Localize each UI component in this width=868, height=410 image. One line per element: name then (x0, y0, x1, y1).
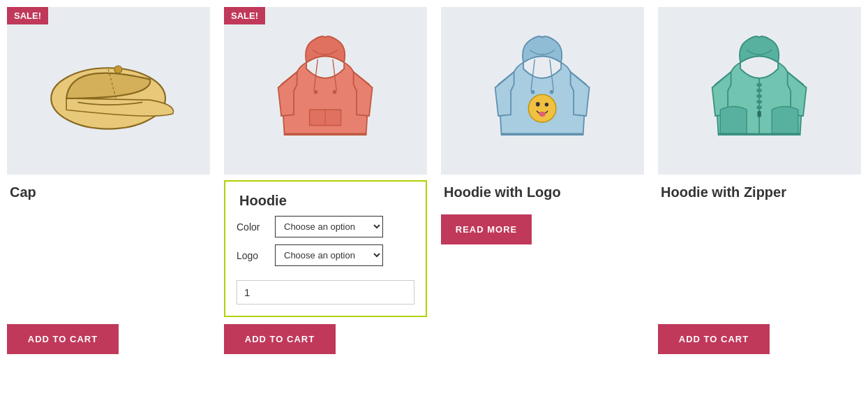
hoodie-logo-image-container (441, 7, 644, 175)
svg-point-14 (545, 103, 548, 106)
product-card-hoodie-zipper: Hoodie with Zipper ADD TO CART (658, 7, 861, 354)
cap-image (32, 28, 184, 154)
logo-option-label: Logo (237, 250, 275, 261)
svg-rect-20 (757, 94, 762, 98)
product-grid: SALE! Cap ADD TO CART SALE! (7, 7, 861, 354)
svg-point-11 (550, 90, 553, 94)
svg-rect-22 (757, 106, 762, 110)
cap-image-container: SALE! (7, 7, 210, 175)
svg-point-5 (333, 90, 336, 94)
sale-badge-hoodie: SALE! (224, 7, 265, 24)
hoodie-zipper-title: Hoodie with Zipper (658, 184, 861, 200)
hoodie-zipper-add-to-cart-button[interactable]: ADD TO CART (658, 324, 770, 354)
hoodie-logo-image (466, 28, 618, 154)
hoodie-quantity-input[interactable] (237, 280, 414, 305)
svg-point-4 (314, 90, 317, 94)
svg-rect-18 (757, 83, 762, 87)
product-card-hoodie: SALE! (224, 7, 427, 354)
color-option-label: Color (237, 221, 275, 233)
cap-title: Cap (7, 184, 210, 200)
sale-badge-cap: SALE! (7, 7, 48, 24)
hoodie-zipper-image (683, 28, 835, 154)
svg-point-1 (114, 66, 122, 73)
color-option-select[interactable]: Choose an option Red Blue Green (275, 216, 383, 237)
hoodie-image-container: SALE! (224, 7, 427, 175)
product-card-hoodie-logo: Hoodie with Logo READ MORE (441, 7, 644, 354)
hoodie-image (249, 28, 401, 154)
logo-option-row: Logo Choose an option Logo A Logo B (237, 244, 414, 266)
product-card-cap: SALE! Cap ADD TO CART (7, 7, 210, 354)
svg-point-10 (531, 90, 534, 94)
svg-rect-19 (757, 89, 762, 92)
logo-option-select[interactable]: Choose an option Logo A Logo B (275, 244, 383, 266)
hoodie-logo-title: Hoodie with Logo (441, 184, 644, 200)
svg-rect-21 (757, 101, 762, 104)
cap-add-to-cart-button[interactable]: ADD TO CART (7, 324, 119, 354)
hoodie-options-box: Hoodie Color Choose an option Red Blue G… (224, 180, 427, 317)
hoodie-title: Hoodie (237, 193, 414, 209)
svg-point-12 (529, 94, 557, 122)
hoodie-zipper-image-container (658, 7, 861, 175)
hoodie-logo-read-more-button[interactable]: READ MORE (441, 214, 532, 244)
svg-point-15 (539, 112, 546, 117)
hoodie-add-to-cart-button[interactable]: ADD TO CART (224, 324, 336, 354)
svg-rect-23 (758, 111, 761, 117)
color-option-row: Color Choose an option Red Blue Green (237, 216, 414, 237)
